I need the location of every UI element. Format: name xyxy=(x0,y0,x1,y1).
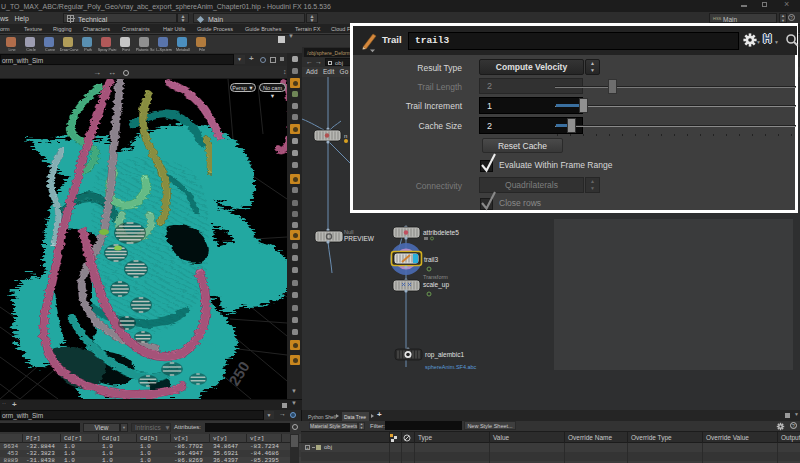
svg-text:250: 250 xyxy=(225,358,253,388)
svg-text:n: n xyxy=(344,133,347,139)
svg-text:sphereAnim.SF4.abc: sphereAnim.SF4.abc xyxy=(425,364,477,370)
svg-text:rop_alembic1: rop_alembic1 xyxy=(425,351,464,359)
svg-text:attribdelete5: attribdelete5 xyxy=(423,229,459,236)
svg-text:trail3: trail3 xyxy=(424,256,438,263)
svg-text:scale_up: scale_up xyxy=(423,281,449,289)
svg-text:PREVIEW: PREVIEW xyxy=(344,235,375,242)
svg-text:Transform: Transform xyxy=(423,274,448,280)
